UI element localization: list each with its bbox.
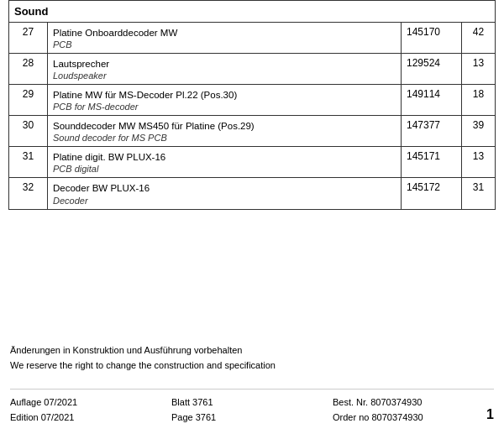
footer-bottom: Auflage 07/2021 Edition 07/2021 Blatt 37… <box>10 389 494 426</box>
footer-page: Page 3761 <box>171 410 333 426</box>
row-part-31: 145171 <box>402 147 462 178</box>
table-row: 31Platine digit. BW PLUX-16PCB digital14… <box>9 147 496 178</box>
desc-sub: Loudspeaker <box>53 71 396 81</box>
section-title: Sound <box>9 1 496 23</box>
row-qty-27: 42 <box>462 23 496 54</box>
section-header-row: Sound <box>9 1 496 23</box>
desc-sub: Decoder <box>53 196 396 206</box>
row-num-29: 29 <box>9 85 48 116</box>
row-desc-29: Platine MW für MS-Decoder Pl.22 (Pos.30)… <box>48 85 402 116</box>
footer-note-en: We reserve the right to change the const… <box>10 358 494 374</box>
row-num-31: 31 <box>9 147 48 178</box>
page-container: Sound 27Platine Onboarddecoder MWPCB1451… <box>0 0 504 434</box>
row-part-29: 149114 <box>402 85 462 116</box>
row-desc-32: Decoder BW PLUX-16Decoder <box>48 178 402 209</box>
row-part-32: 145172 <box>402 178 462 209</box>
footer-area: Änderungen in Konstruktion und Ausführun… <box>0 210 504 434</box>
table-row: 27Platine Onboarddecoder MWPCB14517042 <box>9 23 496 54</box>
row-num-28: 28 <box>9 54 48 85</box>
desc-main: Decoder BW PLUX-16 <box>53 181 396 195</box>
footer-note-de: Änderungen in Konstruktion und Ausführun… <box>10 343 494 358</box>
desc-main: Platine MW für MS-Decoder Pl.22 (Pos.30) <box>53 88 396 102</box>
table-row: 29Platine MW für MS-Decoder Pl.22 (Pos.3… <box>9 85 496 116</box>
table-row: 28LautsprecherLoudspeaker12952413 <box>9 54 496 85</box>
desc-main: Platine Onboarddecoder MW <box>53 26 396 39</box>
footer-auflage: Auflage 07/2021 <box>10 395 171 410</box>
desc-sub: PCB <box>53 39 396 50</box>
row-qty-30: 39 <box>462 116 496 147</box>
row-qty-28: 13 <box>462 54 496 85</box>
table-wrapper: Sound 27Platine Onboarddecoder MWPCB1451… <box>0 0 504 210</box>
row-num-32: 32 <box>9 178 48 209</box>
desc-main: Platine digit. BW PLUX-16 <box>53 150 396 164</box>
row-qty-32: 31 <box>462 178 496 209</box>
row-desc-28: LautsprecherLoudspeaker <box>48 54 402 85</box>
row-qty-29: 18 <box>462 85 496 116</box>
table-row: 32Decoder BW PLUX-16Decoder14517231 <box>9 178 496 209</box>
page-number: 1 <box>486 403 494 426</box>
parts-table: Sound 27Platine Onboarddecoder MWPCB1451… <box>8 0 496 210</box>
desc-main: Sounddecoder MW MS450 für Platine (Pos.2… <box>53 119 396 133</box>
footer-order-no: Order no 8070374930 <box>333 410 494 426</box>
row-desc-27: Platine Onboarddecoder MWPCB <box>48 23 402 54</box>
footer-best-nr: Best. Nr. 8070374930 <box>333 395 494 410</box>
desc-sub: PCB for MS-decoder <box>53 102 396 112</box>
row-desc-30: Sounddecoder MW MS450 für Platine (Pos.2… <box>48 116 402 147</box>
row-part-27: 145170 <box>402 23 462 54</box>
footer-note: Änderungen in Konstruktion und Ausführun… <box>10 343 494 373</box>
desc-main: Lautsprecher <box>53 57 396 71</box>
table-row: 30Sounddecoder MW MS450 für Platine (Pos… <box>9 116 496 147</box>
row-qty-31: 13 <box>462 147 496 178</box>
desc-sub: Sound decoder for MS PCB <box>53 133 396 143</box>
row-part-28: 129524 <box>402 54 462 85</box>
row-part-30: 147377 <box>402 116 462 147</box>
footer-blatt: Blatt 3761 <box>171 395 333 410</box>
desc-sub: PCB digital <box>53 164 396 174</box>
row-num-27: 27 <box>9 23 48 54</box>
footer-col-edition: Auflage 07/2021 Edition 07/2021 <box>10 395 171 426</box>
footer-col-blatt: Blatt 3761 Page 3761 <box>171 395 333 426</box>
footer-edition: Edition 07/2021 <box>10 410 171 426</box>
row-num-30: 30 <box>9 116 48 147</box>
row-desc-31: Platine digit. BW PLUX-16PCB digital <box>48 147 402 178</box>
footer-col-bestnr: Best. Nr. 8070374930 Order no 8070374930 <box>333 395 494 426</box>
